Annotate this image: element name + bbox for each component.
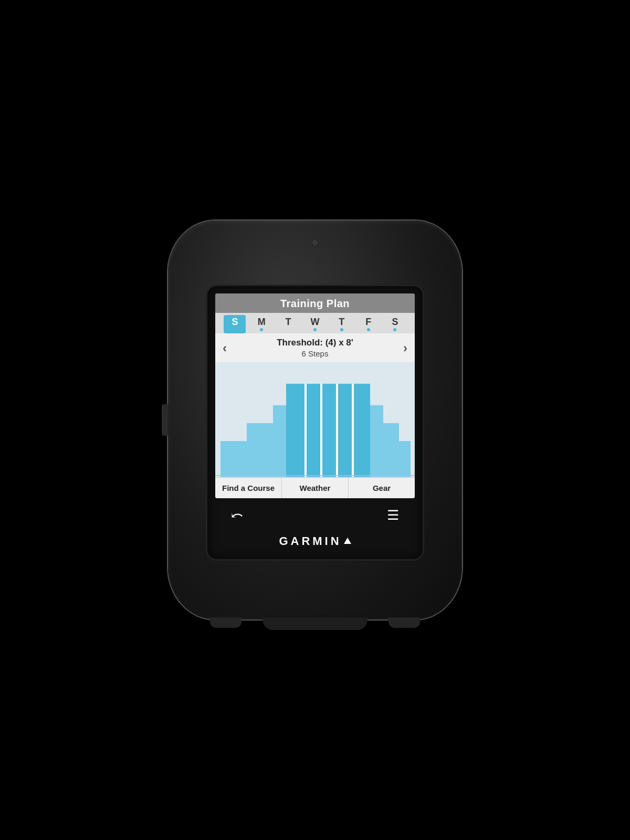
day-dot-wednesday [313,328,317,331]
screen-title-bar: Training Plan [215,293,415,313]
find-course-button[interactable]: Find a Course [215,478,282,499]
workout-info: Threshold: (4) x 8' 6 Steps [227,338,403,358]
svg-rect-9 [370,405,383,477]
bottom-buttons: Find a Course Weather Gear [215,477,415,499]
day-dot-friday [367,328,370,331]
workout-title: Threshold: (4) x 8' [227,338,403,348]
day-monday[interactable]: M [250,315,272,333]
bottom-bumper [262,617,368,630]
day-dot-monday [260,328,263,331]
day-dot-saturday [393,328,396,331]
weather-button[interactable]: Weather [282,478,349,499]
svg-rect-5 [304,384,307,477]
day-saturday[interactable]: S [384,315,406,333]
back-icon[interactable]: ⤺ [231,507,243,524]
side-button[interactable] [162,404,168,436]
nav-icons-row: ⤺ ☰ [215,498,415,532]
screen-title: Training Plan [280,298,350,309]
svg-rect-7 [336,384,338,477]
screen-bezel: Training Plan S M T W [207,286,423,559]
day-dot-thursday [340,328,343,331]
svg-rect-3 [273,405,286,477]
device-screen: Training Plan S M T W [215,293,415,498]
svg-rect-2 [247,423,273,477]
garmin-wordmark: GARMIN [279,534,341,548]
bottom-bumper-right [388,617,420,628]
workout-row: ‹ Threshold: (4) x 8' 6 Steps › [215,333,415,362]
svg-rect-1 [220,441,247,477]
day-friday[interactable]: F [358,315,380,333]
workout-chart [215,362,415,477]
garmin-triangle-icon [344,538,351,544]
svg-rect-6 [320,384,322,477]
svg-rect-10 [383,423,399,477]
days-row: S M T W T [215,313,415,333]
prev-workout-arrow[interactable]: ‹ [223,341,227,355]
camera-dot [313,240,317,245]
workout-steps: 6 Steps [227,349,403,358]
svg-rect-4 [286,384,370,477]
garmin-logo: GARMIN [279,534,351,548]
svg-rect-11 [399,441,411,477]
day-dot-sunday [233,328,236,331]
day-sunday[interactable]: S [224,315,246,333]
bottom-bumper-left [210,617,242,628]
day-thursday[interactable]: T [331,315,353,333]
next-workout-arrow[interactable]: › [403,341,407,355]
gear-button[interactable]: Gear [349,478,415,499]
garmin-device: Training Plan S M T W [168,220,462,620]
svg-rect-8 [352,384,354,477]
day-wednesday[interactable]: W [304,315,326,333]
day-tuesday[interactable]: T [277,315,299,333]
chart-svg [215,362,415,477]
day-dot-tuesday [287,328,290,331]
menu-icon[interactable]: ☰ [387,509,399,521]
